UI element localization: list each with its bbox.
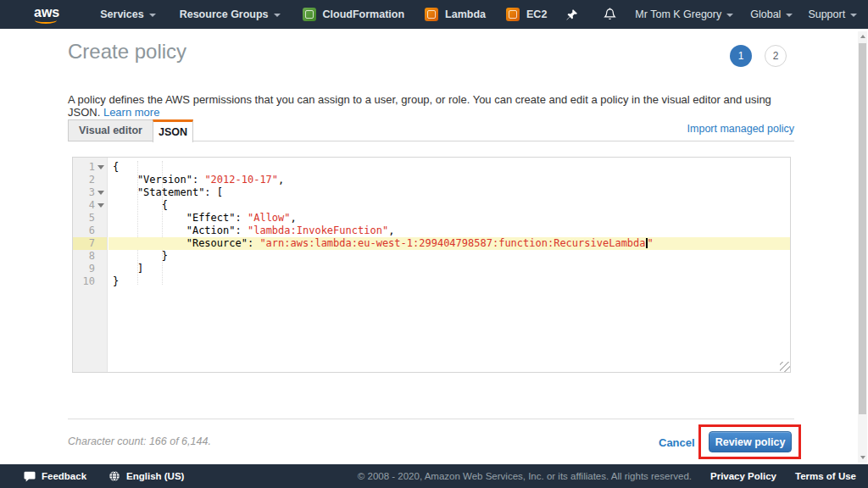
nav-lambda-label: Lambda <box>445 8 486 20</box>
tab-visual-editor[interactable]: Visual editor <box>68 119 153 141</box>
lambda-icon <box>425 8 438 21</box>
editor-code-area[interactable]: { "Version": "2012-10-17", "Statement": … <box>108 158 790 372</box>
notifications-button[interactable] <box>604 8 616 21</box>
support-menu[interactable]: Support <box>808 8 857 20</box>
code-line-10: } <box>108 275 790 288</box>
chevron-down-icon <box>149 14 156 17</box>
gutter-line-9: 9 <box>73 263 107 275</box>
wizard-step-1-indicator: 1 <box>730 45 752 67</box>
fold-arrow-icon[interactable] <box>97 203 104 208</box>
copyright-text: © 2008 - 2020, Amazon Web Services, Inc.… <box>358 471 692 481</box>
review-policy-button[interactable]: Review policy <box>709 431 792 452</box>
pin-shortcuts-button[interactable] <box>565 8 578 21</box>
gutter-line-4: 4 <box>73 199 107 212</box>
code-line-4: { <box>108 199 790 212</box>
language-button[interactable]: English (US) <box>108 470 184 482</box>
user-name-label: Mr Tom K Gregory <box>635 8 721 20</box>
fold-arrow-icon[interactable] <box>97 191 104 195</box>
globe-icon <box>108 470 120 482</box>
nav-shortcut-cloudformation[interactable]: CloudFormation <box>303 8 405 21</box>
chevron-down-icon <box>850 14 857 17</box>
chevron-down-icon <box>274 14 281 17</box>
gutter-line-8: 8 <box>73 250 107 263</box>
scrollbar-up-arrow[interactable] <box>858 31 867 42</box>
code-line-1: { <box>108 161 790 174</box>
character-count: Character count: 166 of 6,144. <box>68 435 211 447</box>
cloudformation-icon <box>303 8 316 21</box>
user-menu[interactable]: Mr Tom K Gregory <box>635 8 733 20</box>
code-line-7-active: "Resource": "arn:aws:lambda:eu-west-1:29… <box>108 237 790 250</box>
nav-services-menu[interactable]: Services <box>100 8 155 20</box>
nav-services-label: Services <box>100 8 143 20</box>
gutter-line-5: 5 <box>73 212 107 225</box>
gutter-line-1: 1 <box>73 161 107 174</box>
nav-ec2-label: EC2 <box>526 8 547 20</box>
code-line-8: } <box>108 250 790 263</box>
nav-shortcut-lambda[interactable]: Lambda <box>425 8 486 21</box>
page-title: Create policy <box>68 40 186 64</box>
language-label: English (US) <box>126 471 184 481</box>
feedback-button[interactable]: Feedback <box>24 471 86 482</box>
aws-logo-smile <box>35 17 57 24</box>
nav-cloudformation-label: CloudFormation <box>323 8 405 20</box>
code-line-9: ] <box>108 263 790 275</box>
code-line-2: "Version": "2012-10-17", <box>108 174 790 186</box>
page-scrollbar[interactable] <box>858 31 867 463</box>
gutter-line-7-active: 7 <box>73 237 107 250</box>
actions-divider <box>68 419 794 419</box>
cancel-button[interactable]: Cancel <box>659 436 695 449</box>
scrollbar-down-arrow[interactable] <box>858 452 867 463</box>
ec2-icon <box>506 8 520 21</box>
gutter-line-2: 2 <box>73 174 107 186</box>
code-line-3: "Statement": [ <box>108 186 790 199</box>
terms-of-use-link[interactable]: Terms of Use <box>795 471 856 481</box>
bell-icon <box>604 8 616 21</box>
gutter-line-10: 10 <box>73 275 107 288</box>
scrollbar-thumb[interactable] <box>859 43 866 414</box>
editor-gutter: 1 2 3 4 5 6 7 8 9 10 <box>73 158 108 372</box>
nav-resource-groups-menu[interactable]: Resource Groups <box>180 8 281 20</box>
policy-description: A policy defines the AWS permissions tha… <box>68 93 797 119</box>
support-label: Support <box>808 8 845 20</box>
editor-resize-grip[interactable] <box>780 362 790 372</box>
privacy-policy-link[interactable]: Privacy Policy <box>710 471 776 481</box>
code-line-6: "Action": "lambda:InvokeFunction", <box>108 225 790 237</box>
policy-description-text: A policy defines the AWS permissions tha… <box>68 93 771 119</box>
gutter-line-6: 6 <box>73 225 107 237</box>
region-label: Global <box>750 8 781 20</box>
speech-bubble-icon <box>24 471 36 482</box>
code-line-5: "Effect": "Allow", <box>108 212 790 225</box>
learn-more-link[interactable]: Learn more <box>103 106 159 119</box>
top-nav: aws Services Resource Groups CloudFormat… <box>0 0 868 29</box>
gutter-line-3: 3 <box>73 186 107 199</box>
tab-json[interactable]: JSON <box>153 119 193 142</box>
json-policy-editor[interactable]: 1 2 3 4 5 6 7 8 9 10 { "Version": "2012-… <box>72 157 791 373</box>
import-managed-policy-link[interactable]: Import managed policy <box>687 123 794 135</box>
chevron-down-icon <box>786 14 793 17</box>
chevron-down-icon <box>726 14 733 17</box>
nav-shortcut-ec2[interactable]: EC2 <box>506 8 547 21</box>
footer-bar: Feedback English (US) © 2008 - 2020, Ama… <box>0 464 868 488</box>
fold-arrow-icon[interactable] <box>97 165 104 169</box>
aws-logo[interactable]: aws <box>34 5 59 24</box>
pushpin-icon <box>565 8 578 21</box>
feedback-label: Feedback <box>42 471 86 481</box>
region-menu[interactable]: Global <box>750 8 793 20</box>
nav-resource-groups-label: Resource Groups <box>180 8 269 20</box>
wizard-step-2-indicator: 2 <box>765 45 787 67</box>
